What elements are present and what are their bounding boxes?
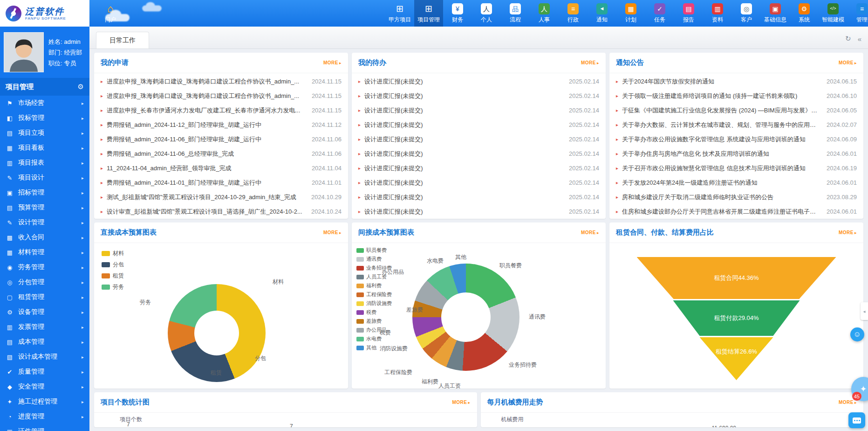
sidebar-item-labor[interactable]: ◉劳务管理▸ <box>0 260 89 275</box>
side-panel-handle[interactable]: ◂ <box>861 302 868 320</box>
more-link[interactable]: MORE▸ <box>839 230 857 235</box>
nav-item-finance[interactable]: ¥财务 <box>443 0 472 27</box>
nav-item-hr[interactable]: 人人事 <box>530 0 559 27</box>
list-item[interactable]: ▸设计进度汇报(未提交)2025.02.14 <box>352 132 606 146</box>
nav-item-manage[interactable]: ≡管理 <box>847 0 868 27</box>
sidebar-item-tender[interactable]: ▣招标管理▸ <box>0 185 89 200</box>
legend-item[interactable]: 分包 <box>102 261 124 269</box>
legend-item[interactable]: 差旅费 <box>356 318 392 325</box>
sidebar-item-budget[interactable]: ▤预算管理▸ <box>0 200 89 215</box>
sidebar-item-board[interactable]: ▦项目看板▸ <box>0 140 89 155</box>
list-item[interactable]: ▸进度款申报_珠海鹤港口建设_珠海鹤港口建设工程合作协议书_admin_...2… <box>94 89 348 103</box>
nav-item-tasks[interactable]: ✓任务 <box>645 0 674 27</box>
list-item[interactable]: ▸于征集《中国建筑施工行业信息化发展报告 (2024) —BIM应用与发展》材料… <box>609 103 863 118</box>
legend-item[interactable]: 职员餐费 <box>356 247 392 254</box>
nav-item-documents[interactable]: ▥资料 <box>703 0 732 27</box>
sidebar-item-cost[interactable]: ▤成本管理▸ <box>0 334 89 349</box>
list-item[interactable]: ▸关于召开市政公用设施智慧化管理信息 信息技术与应用培训班的通知2024.06.… <box>609 161 863 175</box>
list-item[interactable]: ▸设计进度汇报(未提交)2025.02.14 <box>352 175 606 190</box>
list-item[interactable]: ▸关于举办市政公用设施数字化管理信息 系统建设与应用培训班的通知2024.06.… <box>609 132 863 146</box>
nav-item-plan[interactable]: ▦计划 <box>616 0 645 27</box>
list-item[interactable]: ▸11_2024-11-04_admin_经营部_领导审批_完成2024.11.… <box>94 161 348 175</box>
list-item[interactable]: ▸设计进度汇报(未提交)2025.02.14 <box>352 161 606 175</box>
more-link[interactable]: MORE▸ <box>323 230 342 235</box>
list-item[interactable]: ▸费用报销_admin_2024-11-06_总经理审批_完成2024.11.0… <box>94 146 348 161</box>
list-item[interactable]: ▸关于领取一级注册建造师培训项目的通知 (须持一建证书前来领取)2024.06.… <box>609 89 863 103</box>
list-item[interactable]: ▸设计进度汇报(未提交)2025.02.14 <box>352 190 606 204</box>
sidebar-item-reports[interactable]: ▥项目报表▸ <box>0 155 89 170</box>
nav-item-modeling[interactable]: </>智能建模 <box>819 0 847 27</box>
tab-daily-work[interactable]: 日常工作 <box>96 32 149 49</box>
nav-item-owner-projects[interactable]: ⊞甲方项目 <box>385 0 414 27</box>
list-item[interactable]: ▸设计进度汇报(未提交)2025.02.14 <box>352 89 606 103</box>
sidebar-item-certificate[interactable]: ▣证件管理▸ <box>0 424 89 431</box>
more-link[interactable]: MORE▸ <box>839 400 857 405</box>
sidebar-item-equipment[interactable]: ⚙设备管理▸ <box>0 305 89 320</box>
legend-item[interactable]: 工程保险费 <box>356 291 392 298</box>
nav-item-customers[interactable]: ◎客户 <box>732 0 761 27</box>
more-link[interactable]: MORE▸ <box>839 60 857 65</box>
nav-item-label: 任务 <box>654 16 665 24</box>
chevron-right-icon: ▸ <box>82 205 84 210</box>
nav-item-notice[interactable]: ◄通知 <box>588 0 616 27</box>
sidebar-item-safety[interactable]: ◆安全管理▸ <box>0 379 89 394</box>
customer-service-button[interactable]: ☺ <box>850 327 864 341</box>
list-item[interactable]: ▸住房和城乡建设部办公厅关于同意吉林省开展二级建造师注册证书电子化试点...20… <box>609 204 863 219</box>
list-item[interactable]: ▸费用报销_admin_2024-11-06_部门经理审批_胡建_运行中2024… <box>94 132 348 146</box>
nav-item-workflow[interactable]: 品流程 <box>501 0 530 27</box>
sidebar-item-quality[interactable]: ✔质量管理▸ <box>0 364 89 379</box>
nav-item-project-mgmt[interactable]: ⊞项目管理 <box>414 0 443 27</box>
nav-item-report[interactable]: ▤报告 <box>674 0 703 27</box>
legend-item[interactable]: 租赁 <box>102 272 124 280</box>
chat-button[interactable] <box>848 412 865 428</box>
list-item[interactable]: ▸设计进度汇报(未提交)2025.02.14 <box>352 146 606 161</box>
legend-item[interactable]: 福利费 <box>356 282 392 289</box>
sidebar-item-lease[interactable]: ▢租赁管理▸ <box>0 290 89 305</box>
list-item[interactable]: ▸费用报销_admin_2024-11-01_部门经理审批_胡建_运行中2024… <box>94 175 348 190</box>
list-item[interactable]: ▸设计进度汇报(未提交)2025.02.14 <box>352 204 606 219</box>
refresh-icon[interactable]: ↻ <box>845 35 851 43</box>
list-item[interactable]: ▸设计进度汇报(未提交)2025.02.14 <box>352 74 606 89</box>
list-item[interactable]: ▸设计进度汇报(未提交)2025.02.14 <box>352 103 606 118</box>
list-item[interactable]: ▸设计审查_彭祖新城“四馆”景观工程设计项目_请选择_胡广生_2024-10-2… <box>94 204 348 219</box>
sidebar-item-subcontract[interactable]: ◎分包管理▸ <box>0 275 89 290</box>
list-item[interactable]: ▸关于发放2024年第24批一级建造师注册证书的通知2024.06.01 <box>609 175 863 190</box>
legend-item[interactable]: 劳务 <box>102 283 124 291</box>
sidebar-item-invoice[interactable]: ▥发票管理▸ <box>0 320 89 334</box>
sidebar-item-income[interactable]: ▩收入合同▸ <box>0 230 89 245</box>
list-item[interactable]: ▸费用报销_admin_2024-11-12_部门经理审批_胡建_运行中2024… <box>94 118 348 132</box>
list-item[interactable]: ▸关于举办大数据、云计算技术在城市建设、规划、管理与服务中的应用培训班...20… <box>609 118 863 132</box>
legend-item[interactable]: 通讯费 <box>356 256 392 263</box>
list-item[interactable]: ▸进度款申报_珠海鹤港口建设_珠海鹤港口建设工程合作协议书_admin_...2… <box>94 74 348 89</box>
legend-item[interactable]: 消防设施费 <box>356 300 392 307</box>
sidebar-item-design[interactable]: ✎项目设计▸ <box>0 170 89 185</box>
nav-item-admin-affairs[interactable]: ≡行政 <box>559 0 588 27</box>
nav-item-base-info[interactable]: ▣基础信息 <box>761 0 790 27</box>
more-link[interactable]: MORE▸ <box>323 60 342 65</box>
sidebar-item-progress[interactable]: ◔进度管理▸ <box>0 409 89 424</box>
list-item[interactable]: ▸进度款申报_长春市伊通河水力发电厂改建工程_长春市伊通河水力发电...2024… <box>94 103 348 118</box>
sidebar-item-material[interactable]: ▦材料管理▸ <box>0 245 89 260</box>
nav-item-personal[interactable]: 人个人 <box>472 0 501 27</box>
legend-item[interactable]: 材料 <box>102 250 124 257</box>
gear-icon[interactable]: ⚙ <box>78 83 84 91</box>
sidebar-item-bid[interactable]: ◧投标管理▸ <box>0 111 89 125</box>
sidebar-item-design-mgmt[interactable]: ✎设计管理▸ <box>0 215 89 230</box>
list-item[interactable]: ▸关于举办住房与房地产信息化 技术及应用培训班的通知2024.06.01 <box>609 146 863 161</box>
sidebar-item-design-cost[interactable]: ▧设计成本管理▸ <box>0 349 89 364</box>
list-item[interactable]: ▸关于2024年国庆节放假安排的通知2024.06.15 <box>609 74 863 89</box>
nav-item-system[interactable]: ⚙系统 <box>790 0 819 27</box>
more-link[interactable]: MORE▸ <box>581 230 599 235</box>
list-item[interactable]: ▸测试_彭祖新城“四馆”景观工程设计项目_2024-10-29_admin_结束… <box>94 190 348 204</box>
collapse-icon[interactable]: « <box>858 35 861 43</box>
legend-item[interactable]: 税费 <box>356 309 392 316</box>
panel-header: 租赁合同、付款、结算费用占比 MORE▸ <box>609 222 863 243</box>
sidebar-item-initiation[interactable]: ▤项目立项▸ <box>0 125 89 140</box>
list-item[interactable]: ▸房和城乡建设厅关于取消二级建造师临时执业证书的公告2023.08.29 <box>609 190 863 204</box>
more-link[interactable]: MORE▸ <box>581 60 599 65</box>
list-item[interactable]: ▸设计进度汇报(未提交)2025.02.14 <box>352 118 606 132</box>
more-link[interactable]: MORE▸ <box>452 400 470 405</box>
sidebar-item-construction[interactable]: ✦施工过程管理▸ <box>0 394 89 409</box>
sidebar-item-market[interactable]: ⚑市场经营▸ <box>0 96 89 111</box>
menu-item-label: 预算管理 <box>18 203 44 212</box>
